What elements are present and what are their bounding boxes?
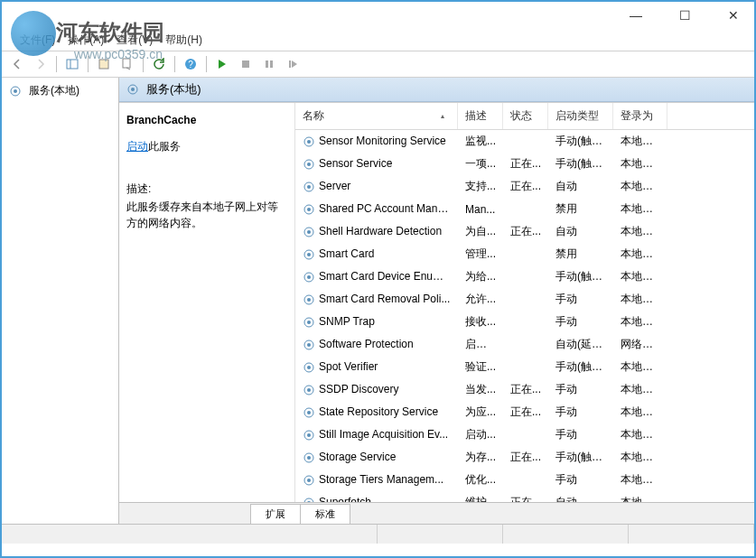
table-row[interactable]: Smart Card Device Enum...为给...手动(触发...本地… xyxy=(295,265,754,288)
cell-status xyxy=(503,275,548,279)
svg-rect-6 xyxy=(242,60,249,68)
restart-button[interactable] xyxy=(283,54,303,74)
cell-logon: 本地系统 xyxy=(613,154,667,173)
table-row[interactable]: State Repository Service为应...正在...手动本地系统 xyxy=(295,401,754,423)
svg-point-45 xyxy=(307,479,311,482)
desc-label: 描述: xyxy=(126,181,287,197)
table-row[interactable]: Spot Verifier验证...手动(触发...本地系统 xyxy=(295,356,754,378)
col-desc[interactable]: 描述 xyxy=(458,103,503,129)
cell-name: Server xyxy=(295,178,458,195)
cell-status xyxy=(503,253,548,256)
cell-logon: 网络服务 xyxy=(613,335,667,354)
cell-desc: 启动... xyxy=(458,425,503,444)
cell-logon: 本地系统 xyxy=(613,177,667,196)
properties-button[interactable] xyxy=(94,54,114,74)
col-name[interactable]: 名称▴ xyxy=(295,103,458,129)
table-row[interactable]: SSDP Discovery当发...正在...手动本地服务 xyxy=(295,378,754,401)
table-row[interactable]: Sensor Service一项...正在...手动(触发...本地系统 xyxy=(295,153,754,175)
cell-logon: 本地系统 xyxy=(613,403,667,422)
table-row[interactable]: Shared PC Account Mana...Man...禁用本地系统 xyxy=(295,198,754,220)
svg-point-19 xyxy=(307,185,311,189)
gear-icon xyxy=(9,85,22,98)
cell-startup: 手动(触发... xyxy=(548,267,613,286)
menu-action[interactable]: 操作(A) xyxy=(68,33,104,48)
cell-desc: Man... xyxy=(458,201,503,218)
svg-point-39 xyxy=(307,411,311,414)
close-button[interactable]: ✕ xyxy=(720,8,747,23)
tree-item-services[interactable]: 服务(本地) xyxy=(5,81,115,100)
show-hide-button[interactable] xyxy=(62,54,82,74)
cell-name: SSDP Discovery xyxy=(295,381,458,398)
table-row[interactable]: SNMP Trap接收...手动本地服务 xyxy=(295,311,754,333)
cell-status xyxy=(503,208,548,211)
svg-point-13 xyxy=(131,88,135,91)
table-row[interactable]: Sensor Monitoring Service监视...手动(触发...本地… xyxy=(295,130,754,153)
gear-icon xyxy=(303,203,315,216)
forward-button[interactable] xyxy=(31,54,51,74)
col-logon[interactable]: 登录为 xyxy=(613,103,667,129)
help-button[interactable]: ? xyxy=(181,54,201,74)
pause-button[interactable] xyxy=(259,54,279,74)
tab-standard[interactable]: 标准 xyxy=(300,504,350,524)
table-row[interactable]: Server支持...正在...自动本地系统 xyxy=(295,175,754,198)
menu-file[interactable]: 文件(F) xyxy=(20,33,55,48)
maximize-button[interactable]: ☐ xyxy=(671,8,698,23)
menu-help[interactable]: 帮助(H) xyxy=(165,33,202,48)
cell-startup: 手动 xyxy=(548,425,613,444)
cell-desc: 维护... xyxy=(458,493,503,502)
cell-startup: 自动(延迟... xyxy=(548,335,613,354)
svg-point-15 xyxy=(307,140,311,144)
svg-rect-2 xyxy=(99,60,108,69)
gear-icon xyxy=(303,293,315,306)
table-row[interactable]: Storage Tiers Managem...优化...手动本地系统 xyxy=(295,469,754,491)
menu-view[interactable]: 查看(V) xyxy=(117,33,153,48)
cell-desc: 优化... xyxy=(458,470,503,489)
cell-desc: 启用 ... xyxy=(458,335,503,354)
cell-name: Shell Hardware Detection xyxy=(295,223,458,240)
export-button[interactable] xyxy=(117,54,137,74)
cell-startup: 自动 xyxy=(548,177,613,196)
svg-point-11 xyxy=(14,89,17,93)
start-link[interactable]: 启动 xyxy=(126,140,148,153)
minimize-button[interactable]: — xyxy=(622,8,649,23)
col-status[interactable]: 状态 xyxy=(503,103,548,129)
svg-rect-8 xyxy=(270,60,273,68)
tab-extended[interactable]: 扩展 xyxy=(250,504,301,524)
refresh-button[interactable] xyxy=(149,54,169,74)
cell-name: Superfetch xyxy=(295,494,458,502)
col-startup[interactable]: 启动类型 xyxy=(548,103,613,129)
detail-pane: BranchCache 启动此服务 描述: 此服务缓存来自本地子网上对等方的网络… xyxy=(119,103,295,502)
back-button[interactable] xyxy=(7,54,27,74)
stop-button[interactable] xyxy=(236,54,256,74)
table-row[interactable]: Smart Card Removal Poli...允许...手动本地系统 xyxy=(295,288,754,311)
table-row[interactable]: Shell Hardware Detection为自...正在...自动本地系统 xyxy=(295,220,754,243)
cell-desc: 允许... xyxy=(458,290,503,309)
cell-logon: 本地系统 xyxy=(613,267,667,286)
table-row[interactable]: Still Image Acquisition Ev...启动...手动本地系统 xyxy=(295,423,754,446)
tabs: 扩展 标准 xyxy=(119,502,754,524)
start-button[interactable] xyxy=(212,54,232,74)
cell-desc: 当发... xyxy=(458,380,503,399)
table-row[interactable]: Storage Service为存...正在...手动(触发...本地系统 xyxy=(295,446,754,469)
cell-status: 正在... xyxy=(503,403,548,422)
cell-logon: 本地服务 xyxy=(613,245,667,264)
svg-rect-3 xyxy=(123,59,130,68)
services-list[interactable]: 名称▴ 描述 状态 启动类型 登录为 Sensor Monitoring Ser… xyxy=(295,103,754,502)
cell-startup: 自动 xyxy=(548,222,613,241)
svg-rect-9 xyxy=(289,60,291,68)
cell-logon: 本地系统 xyxy=(613,222,667,241)
cell-desc: 管理... xyxy=(458,245,503,264)
cell-startup: 手动(触发... xyxy=(548,358,613,377)
cell-name: Sensor Monitoring Service xyxy=(295,133,458,150)
gear-icon xyxy=(303,339,315,351)
start-suffix: 此服务 xyxy=(148,140,181,153)
cell-logon: 本地系统 xyxy=(613,358,667,377)
table-row[interactable]: Smart Card管理...禁用本地服务 xyxy=(295,243,754,265)
cell-logon: 本地服务 xyxy=(613,312,667,331)
table-row[interactable]: Superfetch维护...正在...自动本地系统 xyxy=(295,491,754,502)
cell-status xyxy=(503,366,548,369)
svg-point-33 xyxy=(307,343,311,347)
cell-startup: 手动(触发... xyxy=(548,154,613,173)
table-row[interactable]: Software Protection启用 ...自动(延迟...网络服务 xyxy=(295,333,754,356)
cell-name: SNMP Trap xyxy=(295,313,458,330)
